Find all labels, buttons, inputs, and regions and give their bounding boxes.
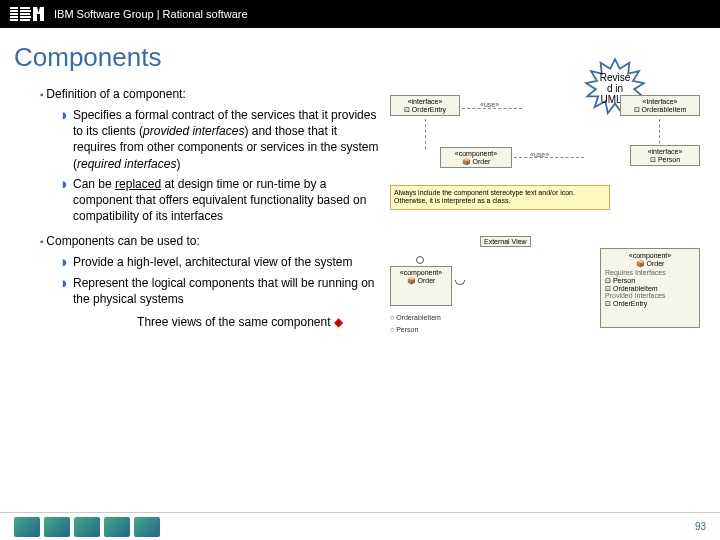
header-bar: IBM Software Group | Rational software [0, 0, 720, 28]
content-area: Definition of a component: Specifies a f… [0, 73, 720, 366]
footer-icon [104, 517, 130, 537]
diagram-top: «interface»⊡ OrderEntry «Interface»⊡ Ord… [390, 91, 700, 226]
dash1 [462, 108, 522, 109]
note-box: Always include the component stereotype … [390, 185, 610, 210]
left-column: Definition of a component: Specifies a f… [40, 85, 380, 366]
label-person2: ○ Person [390, 326, 418, 333]
lollipop-icon [416, 256, 424, 264]
svg-rect-2 [10, 13, 18, 15]
label-use1: «use» [480, 101, 499, 108]
diagram-bottom: External View «component»📦 Order ○ Order… [390, 236, 700, 366]
svg-rect-4 [10, 19, 18, 21]
svg-rect-7 [20, 13, 30, 15]
right-column: «interface»⊡ OrderEntry «Interface»⊡ Ord… [380, 85, 700, 366]
svg-rect-11 [40, 7, 44, 21]
box-orderentry: «interface»⊡ OrderEntry [390, 95, 460, 116]
bullet-usedto: Components can be used to: [40, 234, 380, 248]
footer: 93 [0, 512, 720, 540]
bullet-definition: Definition of a component: [40, 87, 380, 101]
footer-icon [14, 517, 40, 537]
svg-rect-8 [20, 16, 31, 18]
box-person: «interface»⊡ Person [630, 145, 700, 166]
box-order2: «component»📦 Order [390, 266, 452, 306]
footer-icons [14, 517, 160, 537]
page-number: 93 [695, 521, 706, 532]
footer-icon [44, 517, 70, 537]
footer-icon [134, 517, 160, 537]
svg-rect-10 [33, 7, 37, 21]
bullet-logical: Represent the logical components that wi… [62, 275, 380, 307]
svg-rect-9 [20, 19, 30, 21]
svg-rect-3 [10, 16, 18, 18]
box-orderableitem: «Interface»⊡ OrderableItem [620, 95, 700, 116]
box-order3: «component» 📦 Order Requires Interfaces … [600, 248, 700, 328]
dash2 [425, 119, 426, 149]
caption: Three views of the same component [100, 315, 380, 329]
bullet-contract: Specifies a formal contract of the servi… [62, 107, 380, 172]
label-orderableitem: ○ OrderableItem [390, 314, 441, 321]
box-order: «component»📦 Order [440, 147, 512, 168]
bullet-highlevel: Provide a high-level, architectural view… [62, 254, 380, 270]
header-text: IBM Software Group | Rational software [54, 8, 248, 20]
dash4 [514, 157, 584, 158]
label-extview: External View [480, 236, 531, 247]
svg-rect-1 [10, 10, 18, 12]
bullet-replaced: Can be replaced at design time or run-ti… [62, 176, 380, 225]
footer-icon [74, 517, 100, 537]
svg-rect-5 [20, 7, 30, 9]
svg-rect-6 [20, 10, 31, 12]
svg-rect-0 [10, 7, 18, 9]
ibm-logo [10, 7, 44, 21]
socket-icon [455, 280, 465, 285]
